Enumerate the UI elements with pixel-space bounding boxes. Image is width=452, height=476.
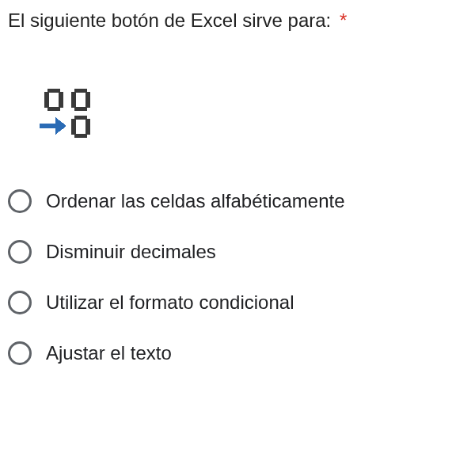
decrease-decimal-icon: [40, 87, 103, 143]
svg-rect-3: [47, 107, 60, 111]
svg-rect-10: [74, 116, 87, 120]
svg-rect-6: [85, 92, 90, 108]
option-label: Disminuir decimales: [46, 241, 216, 263]
option-ajustar-texto[interactable]: Ajustar el texto: [8, 341, 444, 365]
option-label: Ajustar el texto: [46, 342, 172, 364]
svg-rect-5: [71, 92, 76, 108]
radio-icon: [8, 341, 32, 365]
radio-icon: [8, 189, 32, 213]
svg-rect-11: [71, 119, 76, 135]
question-image: [40, 87, 444, 146]
required-marker: *: [340, 10, 347, 31]
options-group: Ordenar las celdas alfabéticamente Dismi…: [8, 189, 444, 365]
option-label: Utilizar el formato condicional: [46, 291, 294, 314]
svg-rect-13: [74, 134, 87, 138]
svg-rect-8: [40, 124, 57, 128]
question-text: El siguiente botón de Excel sirve para:: [8, 10, 331, 31]
radio-icon: [8, 240, 32, 264]
svg-rect-1: [44, 92, 49, 108]
svg-rect-12: [85, 119, 90, 135]
option-disminuir[interactable]: Disminuir decimales: [8, 240, 444, 264]
svg-rect-2: [59, 92, 63, 108]
svg-rect-0: [47, 89, 60, 93]
radio-icon: [8, 291, 32, 314]
option-ordenar[interactable]: Ordenar las celdas alfabéticamente: [8, 189, 444, 213]
question-prompt: El siguiente botón de Excel sirve para: …: [8, 10, 444, 32]
option-formato-condicional[interactable]: Utilizar el formato condicional: [8, 291, 444, 314]
svg-marker-9: [55, 117, 66, 135]
svg-rect-7: [74, 107, 87, 111]
option-label: Ordenar las celdas alfabéticamente: [46, 190, 345, 212]
svg-rect-4: [74, 89, 87, 93]
